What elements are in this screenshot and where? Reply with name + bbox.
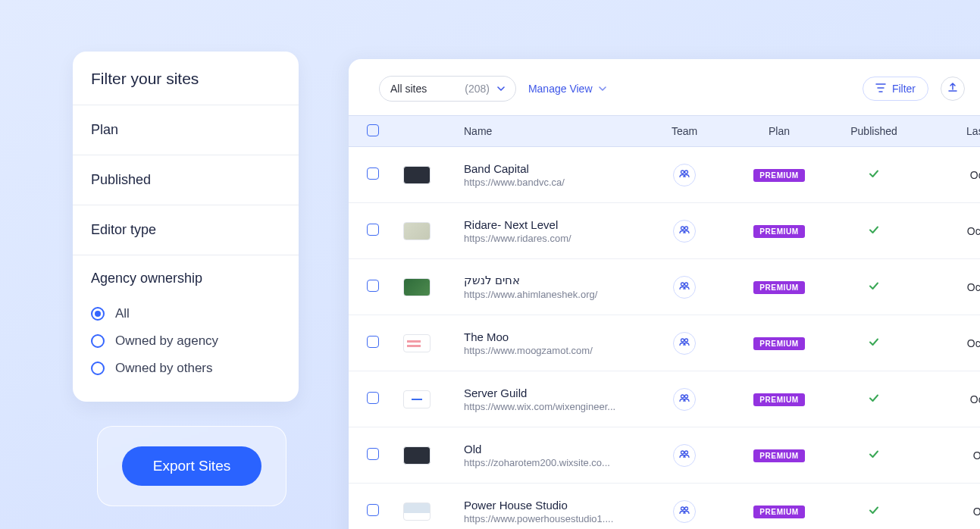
site-thumbnail (403, 222, 431, 240)
upload-icon (947, 82, 958, 95)
site-name: Server Guild (464, 387, 639, 399)
table-row[interactable]: Power House Studio https://www.powerhous… (349, 484, 980, 529)
last-updated: Oct 5, (919, 506, 980, 518)
plan-badge: PREMIUM (753, 169, 804, 182)
team-button[interactable] (673, 164, 696, 186)
team-button[interactable] (673, 444, 696, 467)
ownership-option-label: Owned by agency (115, 333, 218, 349)
filter-icon (875, 83, 886, 95)
svg-point-7 (681, 283, 684, 286)
chevron-down-icon (497, 85, 505, 92)
svg-point-4 (685, 171, 688, 174)
plan-badge: PREMIUM (753, 281, 804, 294)
site-url: https://www.ahimlaneshek.org/ (464, 289, 638, 300)
manage-view-link[interactable]: Manage View (528, 83, 606, 95)
team-icon (678, 504, 690, 519)
filter-section-ownership: Agency ownership All Owned by agency Own… (73, 255, 299, 402)
svg-point-9 (681, 339, 684, 342)
filter-section-plan[interactable]: Plan (73, 105, 299, 155)
team-button[interactable] (673, 388, 696, 411)
team-icon (678, 448, 690, 463)
filter-section-published[interactable]: Published (73, 155, 299, 205)
main-panel: All sites (208) Manage View Filter (349, 59, 980, 529)
check-icon (868, 225, 880, 238)
row-checkbox[interactable] (367, 392, 379, 404)
svg-point-15 (681, 507, 684, 510)
row-checkbox[interactable] (367, 504, 379, 516)
col-plan[interactable]: Plan (730, 125, 828, 137)
svg-point-11 (681, 395, 684, 398)
check-icon (868, 337, 880, 350)
chevron-down-icon (599, 85, 606, 92)
site-name: אחים לנשק (464, 274, 639, 287)
row-checkbox[interactable] (367, 448, 379, 460)
site-name: The Moo (464, 330, 639, 343)
ownership-option[interactable]: All (91, 300, 280, 327)
row-checkbox[interactable] (367, 167, 379, 180)
site-name: Old (464, 443, 639, 455)
check-icon (868, 169, 880, 182)
svg-point-10 (685, 339, 688, 342)
row-checkbox[interactable] (367, 336, 379, 348)
team-icon (678, 167, 690, 183)
plan-badge: PREMIUM (753, 449, 804, 462)
svg-point-12 (685, 395, 688, 398)
sites-dropdown[interactable]: All sites (208) (379, 76, 516, 102)
col-name[interactable]: Name (464, 125, 639, 137)
last-updated: Oct 9, (919, 449, 980, 462)
ownership-option[interactable]: Owned by others (91, 355, 280, 382)
last-updated: Oct 11, (919, 225, 980, 237)
table-row[interactable]: Ridare- Next Level https://www.ridares.c… (349, 203, 980, 259)
check-icon (868, 393, 880, 406)
team-button[interactable] (673, 220, 696, 243)
row-checkbox[interactable] (367, 224, 379, 236)
table-row[interactable]: Old https://zoharotem200.wixsite.co... P… (349, 427, 980, 484)
site-url: https://www.ridares.com/ (464, 233, 638, 244)
ownership-option-label: Owned by others (115, 361, 213, 376)
col-team[interactable]: Team (639, 125, 730, 137)
select-all-checkbox[interactable] (367, 124, 379, 136)
ownership-title: Agency ownership (91, 271, 280, 286)
last-updated: Oct 14 (919, 169, 980, 181)
site-thumbnail (403, 166, 431, 184)
export-icon-button[interactable] (941, 77, 965, 101)
plan-badge: PREMIUM (753, 506, 804, 518)
site-name: Ridare- Next Level (464, 218, 639, 231)
team-button[interactable] (673, 276, 696, 299)
check-icon (868, 449, 880, 462)
site-thumbnail (403, 502, 431, 521)
team-icon (678, 336, 690, 351)
team-icon (678, 224, 690, 239)
table-row[interactable]: אחים לנשק https://www.ahimlaneshek.org/ … (349, 259, 980, 315)
site-thumbnail (403, 334, 431, 352)
site-url: https://www.wix.com/wixengineer... (464, 401, 638, 412)
table-row[interactable]: The Moo https://www.moogzamot.com/ PREMI… (349, 315, 980, 371)
ownership-option[interactable]: Owned by agency (91, 327, 280, 355)
export-sites-button[interactable]: Export Sites (122, 446, 261, 486)
team-icon (678, 392, 690, 407)
table-row[interactable]: Band Capital https://www.bandvc.ca/ PREM… (349, 147, 980, 203)
manage-view-label: Manage View (528, 83, 593, 95)
svg-point-6 (685, 227, 688, 230)
team-button[interactable] (673, 332, 696, 355)
svg-point-16 (685, 507, 688, 510)
check-icon (868, 281, 880, 294)
site-url: https://www.bandvc.ca/ (464, 177, 638, 188)
last-updated: Oct 11, (919, 337, 980, 349)
site-name: Power House Studio (464, 499, 639, 512)
team-button[interactable] (673, 500, 696, 523)
col-last-updated[interactable]: Last up (919, 125, 980, 137)
row-checkbox[interactable] (367, 280, 379, 292)
filter-button[interactable]: Filter (863, 77, 928, 101)
radio-icon (91, 307, 105, 321)
toolbar: All sites (208) Manage View Filter (349, 59, 980, 115)
last-updated: Oct 10 (919, 393, 980, 405)
last-updated: Oct 11, (919, 281, 980, 293)
table-row[interactable]: Server Guild https://www.wix.com/wixengi… (349, 371, 980, 427)
filter-card: Filter your sites Plan Published Editor … (73, 52, 299, 402)
filter-button-label: Filter (892, 83, 916, 95)
plan-badge: PREMIUM (753, 225, 804, 238)
plan-badge: PREMIUM (753, 393, 804, 406)
col-published[interactable]: Published (828, 125, 919, 137)
filter-section-editor-type[interactable]: Editor type (73, 205, 299, 255)
